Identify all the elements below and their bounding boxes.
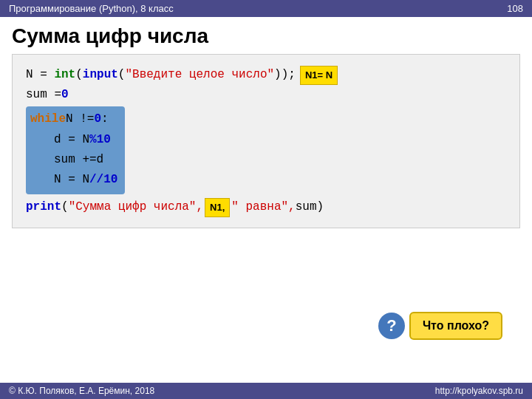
question-bubble: Что плохо? [409,312,502,340]
code-n-reassign: N = N [54,170,89,190]
badge-n1: N1= N [300,66,338,85]
print-paren: ( [61,197,69,217]
while-header-line: while N != 0 : [30,109,117,129]
question-area: ? Что плохо? [378,312,502,340]
question-icon: ? [378,313,405,339]
page-number: 108 [507,3,523,14]
print-str2: " равна", [231,197,295,217]
while-body-1: d = N % 10 [30,130,117,150]
footer-url: http://kpolyakov.spb.ru [435,386,523,396]
code-zero: 0 [61,85,69,105]
code-d-var: d [97,150,104,170]
print-line: print ( "Сумма цифр числа", N1, " равна"… [26,197,506,217]
code-sum-assign: sum = [26,85,61,105]
code-d-assign: d = N [54,130,89,150]
code-n-assign: N = [26,65,54,85]
code-10-1: 10 [97,130,111,150]
code-10-2: 10 [103,170,117,190]
while-block: while N != 0 : d = N % 10 sum += d N = N… [26,106,125,194]
print-str1: "Сумма цифр числа", [69,197,203,217]
while-num: 0 [94,109,101,129]
code-floordiv-op: // [89,170,103,190]
code-sum-plus: sum += [54,150,97,170]
header: Программирование (Python), 8 класс 108 [0,0,532,17]
while-body-3: N = N // 10 [30,170,117,190]
code-end1: )) [274,65,288,85]
code-semicolon: ; [288,65,296,85]
code-input-func: input [83,65,118,85]
course-title: Программирование (Python), 8 класс [9,3,174,14]
code-mod-op: % [89,130,97,150]
code-block: N = int ( input ( "Введите целое число" … [12,54,520,228]
print-end: sum) [296,197,324,217]
page-title: Сумма цифр числа [0,17,532,54]
footer-copyright: © К.Ю. Поляков, Е.А. Ерёмин, 2018 [9,386,154,396]
footer: © К.Ю. Поляков, Е.А. Ерёмин, 2018 http:/… [0,383,532,399]
while-colon: : [101,109,109,129]
badge-n1-print: N1, [205,198,230,217]
code-int-kw: int [54,65,75,85]
code-line-1: N = int ( input ( "Введите целое число" … [26,65,506,85]
code-str1: "Введите целое число" [125,65,274,85]
while-body-2: sum += d [30,150,117,170]
while-cond: N != [66,109,94,129]
print-kw: print [26,197,61,217]
code-paren2: ( [118,65,126,85]
code-line-2: sum = 0 [26,85,506,105]
while-kw: while [30,109,66,129]
code-paren1: ( [75,65,83,85]
